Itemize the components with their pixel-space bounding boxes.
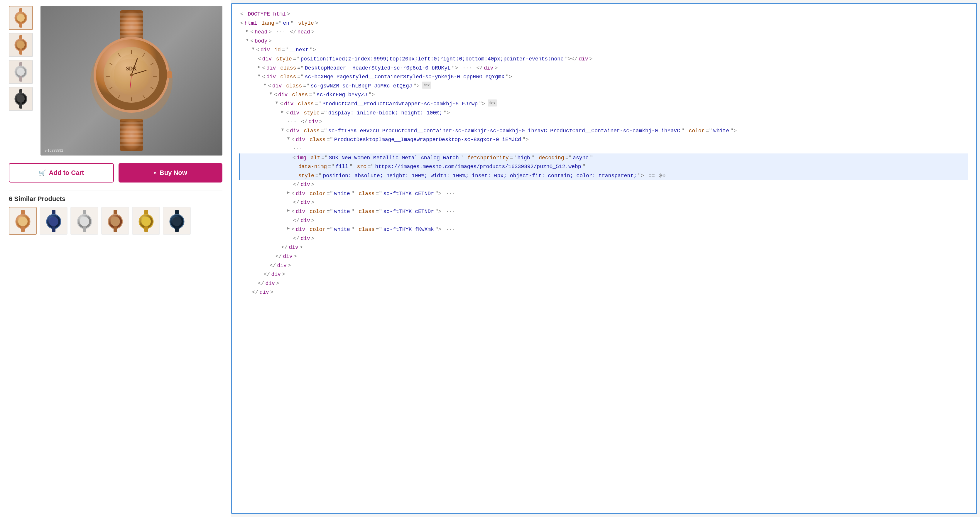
svg-point-91 bbox=[111, 217, 120, 226]
svg-rect-20 bbox=[120, 26, 143, 29]
similar-item-1[interactable] bbox=[9, 207, 37, 235]
code-line-14: <div class="sc-ftTHYK eHVGcU ProductCard… bbox=[240, 126, 968, 135]
product-panel: SDK bbox=[0, 0, 231, 517]
expand-imageWrapper[interactable] bbox=[287, 135, 290, 142]
code-line-11: <div class="ProductCard__ProductCardWrap… bbox=[240, 99, 968, 108]
code-line-10: <div class="sc-dkrF0g bYVyZJ"> bbox=[240, 91, 968, 99]
thumb-watch-svg-4 bbox=[11, 89, 31, 109]
code-line-9: <div class="sc-gswNZR sc-hLBbgP JoMRc et… bbox=[240, 81, 968, 91]
code-line-28: </div> bbox=[240, 252, 968, 261]
code-line-20: </div> bbox=[240, 180, 968, 189]
svg-rect-80 bbox=[21, 226, 25, 232]
similar-products-title: 6 Similar Products bbox=[9, 195, 223, 203]
expand-fKwXmk[interactable] bbox=[287, 225, 290, 232]
code-line-16: ··· bbox=[240, 144, 968, 153]
expand-cETNDr1[interactable] bbox=[287, 189, 290, 196]
expand-header[interactable] bbox=[258, 64, 260, 71]
svg-rect-18 bbox=[120, 17, 143, 20]
code-line-18: data-nimg="fill" src="https://images.mee… bbox=[239, 162, 968, 171]
svg-rect-25 bbox=[120, 126, 143, 129]
svg-text:SDK: SDK bbox=[126, 66, 137, 72]
svg-rect-7 bbox=[19, 49, 22, 54]
svg-rect-96 bbox=[144, 226, 148, 232]
code-line-7: <div class="DesktopHeader__HeaderStyled-… bbox=[240, 64, 968, 73]
svg-point-99 bbox=[172, 217, 181, 226]
svg-point-79 bbox=[18, 217, 27, 226]
svg-rect-19 bbox=[120, 22, 143, 24]
flex-badge-2: flex bbox=[488, 99, 497, 107]
svg-rect-17 bbox=[120, 13, 143, 16]
expand-cETNDr2[interactable] bbox=[287, 207, 290, 214]
expand-head[interactable] bbox=[246, 28, 248, 35]
product-id-label: s-16339892 bbox=[45, 148, 63, 153]
similar-watch-svg-4 bbox=[103, 209, 127, 233]
code-line-26: </div> bbox=[240, 234, 968, 243]
add-to-cart-button[interactable]: 🛒 Add to Cart bbox=[9, 163, 114, 183]
svg-rect-84 bbox=[52, 226, 56, 232]
expand-productcard[interactable] bbox=[275, 99, 278, 107]
thumbnail-2[interactable] bbox=[9, 33, 33, 57]
product-layout: SDK bbox=[9, 6, 223, 156]
code-line-32: </div> bbox=[240, 288, 968, 297]
expand-body[interactable] bbox=[246, 37, 248, 44]
code-line-12: <div style="display: inline-block; heigh… bbox=[240, 108, 968, 118]
thumb-watch-svg-2 bbox=[11, 35, 31, 55]
code-line-15: <div class="ProductDesktopImage__ImageWr… bbox=[240, 135, 968, 144]
devtools-content[interactable]: <!DOCTYPE html> <html lang="en" style> <… bbox=[232, 4, 976, 513]
code-line-31: </div> bbox=[240, 279, 968, 288]
code-line-22: </div> bbox=[240, 198, 968, 207]
code-line-2: <html lang="en" style> bbox=[240, 19, 968, 28]
code-line-8: <div class="sc-bcXHqe Pagestyled__Contai… bbox=[240, 73, 968, 81]
thumbnail-1[interactable] bbox=[9, 6, 33, 30]
svg-point-6 bbox=[17, 41, 25, 49]
code-line-29: </div> bbox=[240, 261, 968, 270]
svg-point-76 bbox=[130, 73, 133, 76]
similar-item-3[interactable] bbox=[70, 207, 98, 235]
thumbnail-3[interactable] bbox=[9, 60, 33, 84]
expand-scftTHYK[interactable] bbox=[282, 126, 284, 134]
buy-now-label: Buy Now bbox=[160, 169, 187, 177]
similar-products-grid bbox=[9, 207, 223, 235]
code-line-13: ··· </div> bbox=[240, 118, 968, 126]
svg-rect-56 bbox=[167, 71, 172, 78]
chevron-right-icon: » bbox=[154, 170, 157, 176]
thumb-watch-svg-3 bbox=[11, 62, 31, 82]
svg-rect-11 bbox=[19, 76, 22, 81]
thumbnail-4[interactable] bbox=[9, 87, 33, 111]
svg-point-2 bbox=[17, 14, 25, 22]
code-line-27: </div> bbox=[240, 243, 968, 252]
similar-watch-svg-5 bbox=[134, 209, 158, 233]
svg-rect-3 bbox=[19, 22, 22, 28]
code-line-23: <div color="white" class="sc-ftTHYK cETN… bbox=[240, 207, 968, 216]
svg-rect-24 bbox=[120, 122, 143, 124]
svg-point-10 bbox=[17, 68, 25, 76]
svg-point-83 bbox=[49, 217, 58, 226]
code-line-25: <div color="white" class="sc-ftTHYK fKwX… bbox=[240, 225, 968, 234]
cart-icon: 🛒 bbox=[39, 169, 46, 177]
code-line-24: </div> bbox=[240, 216, 968, 225]
expand-next[interactable] bbox=[252, 46, 255, 52]
expand-gswNZR[interactable] bbox=[264, 81, 266, 89]
similar-item-4[interactable] bbox=[101, 207, 129, 235]
add-to-cart-label: Add to Cart bbox=[49, 169, 84, 177]
similar-watch-svg-3 bbox=[73, 209, 96, 233]
code-line-5: <div id="__next"> bbox=[240, 46, 968, 54]
expand-inlineblock[interactable] bbox=[282, 108, 284, 116]
buy-now-button[interactable]: » Buy Now bbox=[119, 163, 223, 183]
similar-item-2[interactable] bbox=[40, 207, 67, 235]
code-line-3: <head> ··· </head> bbox=[240, 28, 968, 37]
svg-rect-15 bbox=[19, 103, 22, 108]
similar-item-5[interactable] bbox=[132, 207, 160, 235]
svg-point-14 bbox=[17, 95, 25, 103]
expand-container[interactable] bbox=[258, 73, 260, 80]
code-line-21: <div color="white" class="sc-ftTHYK cETN… bbox=[240, 189, 968, 198]
svg-rect-100 bbox=[175, 226, 179, 232]
code-line-6: <div style="position:fixed;z-index:9999;… bbox=[240, 54, 968, 64]
similar-watch-svg-1 bbox=[11, 209, 35, 233]
code-line-30: </div> bbox=[240, 270, 968, 279]
expand-dkrF0g[interactable] bbox=[270, 91, 272, 97]
thumbnail-strip bbox=[9, 6, 35, 156]
svg-rect-21 bbox=[120, 31, 143, 33]
similar-item-6[interactable] bbox=[163, 207, 191, 235]
svg-point-87 bbox=[80, 217, 89, 226]
